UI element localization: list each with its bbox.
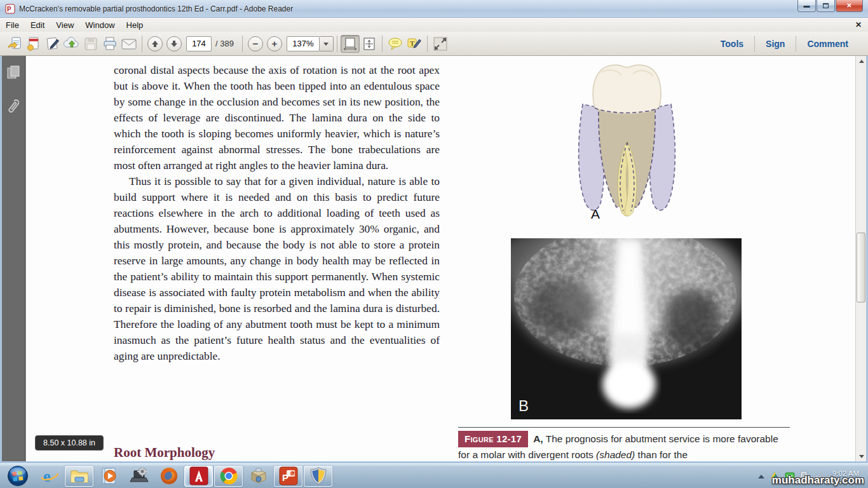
chrome-icon [219, 466, 238, 485]
next-page-button[interactable] [165, 35, 184, 53]
caption-line2: than for the [635, 449, 688, 460]
svg-text:e: e [43, 467, 51, 485]
menu-bar: File Edit View Window Help ✕ [0, 18, 868, 32]
fit-page-icon [362, 37, 376, 51]
comment-bubble-button[interactable] [386, 35, 405, 53]
scrollbar-thumb[interactable] [857, 233, 865, 302]
save-button[interactable] [81, 35, 100, 53]
create-pdf-button[interactable] [24, 35, 43, 53]
caption-italic: (shaded) [596, 449, 635, 460]
zoom-in-button[interactable]: + [265, 35, 284, 53]
create-pdf-icon [26, 36, 41, 51]
arrow-down-icon [170, 40, 178, 48]
fit-page-button[interactable] [360, 35, 379, 53]
minimize-button[interactable]: ▬ [797, 0, 816, 12]
taskbar-system-utility[interactable] [125, 466, 153, 487]
windows-logo-icon [7, 465, 29, 487]
highlight-text-button[interactable]: T [405, 35, 424, 53]
sign-document-button[interactable] [43, 35, 62, 53]
highlight-text-icon: T [407, 37, 422, 51]
menu-help[interactable]: Help [121, 19, 149, 31]
taskbar-windows-explorer[interactable] [65, 466, 93, 487]
sign-pen-icon [45, 36, 60, 51]
powerpoint-icon: P [279, 466, 298, 485]
svg-text:P: P [282, 472, 288, 483]
page-count-label: / 389 [215, 39, 234, 48]
chevron-down-icon [323, 42, 329, 46]
window-title: McCracken's removable partial prosthodon… [19, 4, 293, 13]
zoom-out-button[interactable]: − [246, 35, 265, 53]
taskbar-internet-explorer[interactable]: e [35, 466, 64, 487]
firefox-icon [159, 466, 179, 485]
taskbar-powerpoint[interactable]: P [274, 466, 302, 487]
caption-rule [458, 427, 790, 428]
text-column: coronal distal aspects because the axis … [114, 62, 440, 364]
menu-edit[interactable]: Edit [25, 19, 50, 31]
open-file-button[interactable] [5, 35, 24, 53]
taskbar-firefox[interactable] [154, 466, 183, 487]
save-icon [84, 37, 98, 51]
attachments-paperclip-icon[interactable] [8, 97, 19, 116]
adobe-reader-icon [189, 466, 208, 485]
media-player-icon [100, 466, 119, 485]
comment-button[interactable]: Comment [796, 39, 859, 49]
taskbar-chrome[interactable] [214, 466, 243, 487]
show-hidden-icons-button[interactable] [758, 475, 764, 478]
tools-button[interactable]: Tools [710, 39, 754, 49]
maximize-button[interactable] [817, 0, 835, 12]
zoom-level-select[interactable]: 137% [287, 36, 334, 51]
print-button[interactable] [100, 35, 119, 53]
scroll-down-button[interactable] [856, 451, 867, 461]
print-icon [102, 36, 118, 51]
fit-width-icon [343, 37, 357, 51]
taskbar-security-shield[interactable] [304, 466, 332, 487]
email-button[interactable] [119, 35, 139, 53]
share-file-button[interactable] [62, 35, 81, 53]
taskbar-3d-app[interactable] [244, 466, 273, 487]
window-controls: ▬ ✕ [797, 0, 863, 12]
page-number-input[interactable] [186, 36, 212, 51]
sign-button[interactable]: Sign [755, 39, 796, 49]
arrow-up-icon [151, 40, 159, 48]
zoom-dropdown-arrow[interactable] [320, 36, 334, 51]
laptop-gear-icon [129, 467, 149, 485]
menu-view[interactable]: View [50, 19, 79, 31]
zoom-level-value: 137% [292, 39, 313, 48]
page-thumbnails-icon[interactable] [6, 65, 20, 80]
figure-b-radiograph: B [511, 238, 742, 419]
caption-bold: A, [533, 433, 543, 444]
previous-page-button[interactable] [146, 35, 165, 53]
navigation-pane [2, 56, 25, 461]
adobe-reader-window: P McCracken's removable partial prosthod… [0, 0, 868, 488]
watermark-text: muhadharaty.com [772, 474, 864, 487]
menu-window[interactable]: Window [79, 19, 120, 31]
fullscreen-button[interactable] [431, 35, 450, 53]
start-button[interactable] [5, 464, 31, 487]
menu-file[interactable]: File [0, 19, 25, 31]
paragraph-2: Thus it is possible to say that for a gi… [114, 173, 440, 364]
internet-explorer-icon: e [40, 466, 59, 485]
comment-bubble-icon [388, 37, 403, 51]
figure-tag: Figure 12-17 [458, 431, 528, 447]
taskbar-adobe-reader[interactable] [184, 466, 213, 487]
pdf-page: coronal distal aspects because the axis … [26, 56, 855, 463]
menubar-close-icon[interactable]: ✕ [855, 20, 862, 29]
scroll-up-button[interactable] [856, 56, 867, 66]
page-size-tooltip: 8.50 x 10.88 in [35, 435, 104, 451]
figure-b-label: B [519, 397, 529, 414]
main-toolbar: / 389 − + 137% [0, 32, 868, 56]
vertical-scrollbar[interactable] [855, 56, 866, 461]
title-bar: P McCracken's removable partial prosthod… [0, 0, 868, 18]
taskbar-media-player[interactable] [95, 466, 123, 487]
fit-width-button[interactable] [341, 35, 360, 53]
security-shield-icon [309, 466, 327, 485]
document-viewer: coronal distal aspects because the axis … [0, 56, 868, 463]
folder-icon [69, 467, 90, 485]
figure-caption: Figure 12-17A, The prognosis for abutmen… [458, 427, 790, 462]
email-icon [121, 37, 137, 50]
figure-a-tooth-illustration: A [562, 60, 692, 222]
close-button[interactable]: ✕ [836, 0, 863, 12]
fullscreen-arrows-icon [433, 37, 447, 51]
open-icon [7, 36, 22, 51]
section-heading: Root Morphology [114, 445, 215, 461]
